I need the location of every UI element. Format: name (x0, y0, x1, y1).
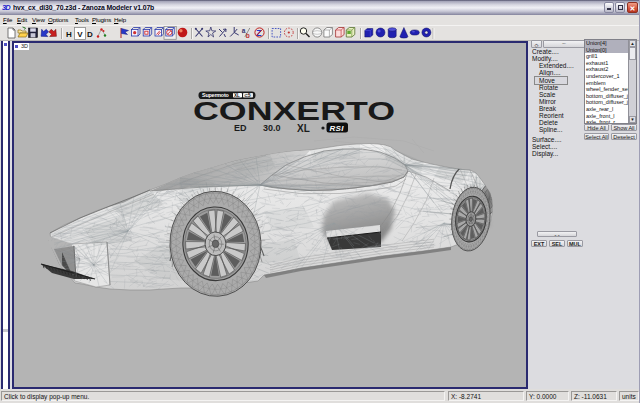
svg-text:RSI: RSI (330, 124, 345, 133)
svg-text:30.0: 30.0 (263, 123, 281, 133)
svg-text:XL: XL (297, 123, 310, 134)
svg-text:V: V (77, 30, 83, 39)
svg-text:H: H (66, 30, 72, 39)
svg-text:ED: ED (234, 123, 247, 133)
svg-text:D: D (87, 30, 93, 39)
svg-text:CONXERTO: CONXERTO (193, 97, 395, 125)
svg-text:b: b (246, 32, 250, 39)
